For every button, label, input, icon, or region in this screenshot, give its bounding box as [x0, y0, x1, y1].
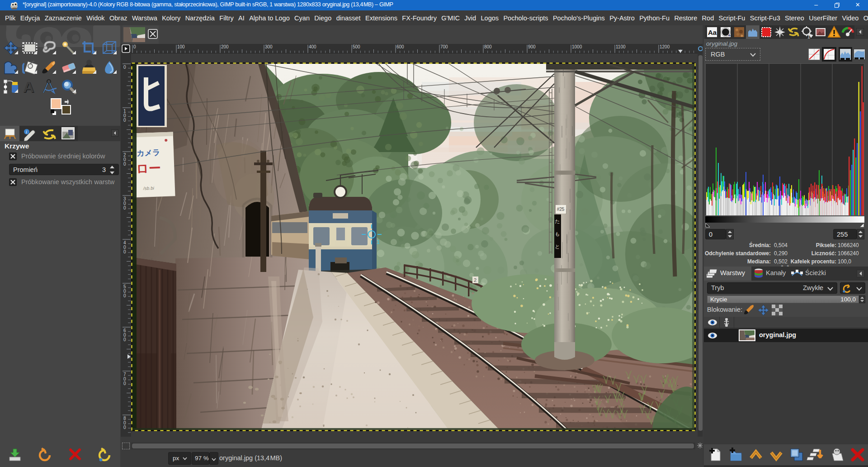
svg-text:Aa: Aa [708, 29, 717, 36]
svg-text:1: 1 [807, 34, 810, 39]
svg-text:0: 0 [123, 425, 126, 430]
svg-text:0: 0 [123, 118, 126, 123]
svg-text:0: 0 [133, 44, 136, 49]
svg-text:0: 0 [123, 162, 126, 167]
svg-text:800: 800 [484, 44, 492, 49]
svg-text:+: + [728, 33, 731, 38]
svg-text:1200: 1200 [660, 44, 670, 49]
svg-text:300: 300 [265, 44, 273, 49]
svg-text:900: 900 [528, 44, 536, 49]
svg-text:600: 600 [396, 44, 404, 49]
svg-text:0: 0 [123, 205, 126, 210]
svg-text:200: 200 [221, 44, 229, 49]
svg-text:0: 0 [123, 65, 126, 70]
svg-text:1000: 1000 [572, 44, 582, 49]
svg-text:500: 500 [353, 44, 360, 49]
svg-text:1100: 1100 [616, 44, 626, 49]
svg-text:100: 100 [177, 44, 185, 49]
svg-text:400: 400 [309, 44, 316, 49]
svg-text:i: i [26, 129, 27, 134]
svg-text:700: 700 [440, 44, 448, 49]
svg-text:0: 0 [123, 293, 126, 298]
svg-text:A: A [23, 78, 34, 95]
svg-text:0: 0 [123, 249, 126, 254]
svg-text:0: 0 [123, 337, 126, 342]
svg-text:0: 0 [123, 381, 126, 386]
